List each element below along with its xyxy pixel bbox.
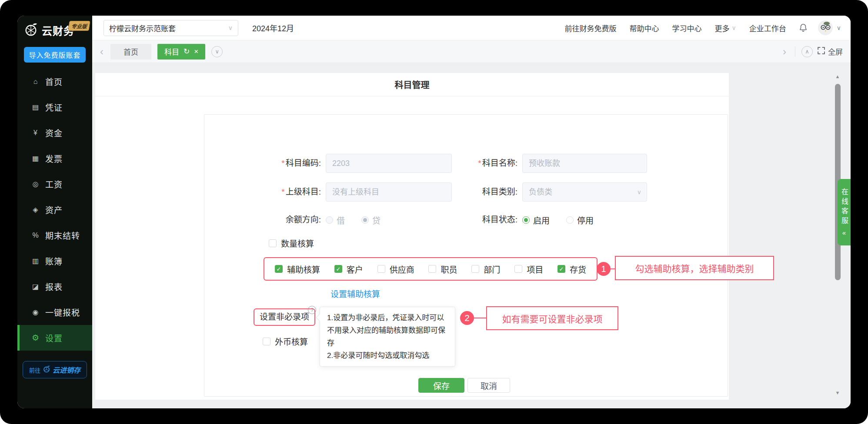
account-set-select[interactable]: 柠檬云财务示范账套 ∨ — [103, 20, 238, 36]
radio-dot — [326, 216, 333, 224]
radio-label: 启用 — [533, 214, 550, 226]
subject-category-select[interactable]: 负债类 ∨ — [522, 182, 647, 202]
save-button[interactable]: 保存 — [418, 378, 464, 393]
checkbox-label: 职员 — [441, 263, 457, 275]
sidebar-item-tax[interactable]: ◉一键报税 — [17, 299, 92, 325]
close-icon[interactable]: × — [194, 48, 198, 55]
accounting-period: 2024年12月 — [252, 22, 294, 33]
sidebar-item-invoice[interactable]: ▦发票 — [17, 146, 92, 171]
checkbox-icon: ✓ — [334, 265, 342, 273]
scrollbar-down-icon[interactable]: ▼ — [835, 390, 840, 395]
sidebar-item-assets[interactable]: ◈资产 — [17, 197, 92, 222]
settings-icon: ⚙ — [31, 333, 40, 343]
checkbox-icon — [263, 338, 270, 345]
sidebar-nav: ⌂首页 ▤凭证 ¥资金 ▦发票 ◎工资 ◈资产 %期末结转 ▥账簿 ◪报表 ◉一… — [17, 69, 92, 351]
checkbox-icon — [514, 265, 522, 273]
tabs-back-icon[interactable]: ‹ — [97, 46, 106, 57]
radio-credit: 贷 — [361, 214, 381, 226]
label-text: 科目状态: — [482, 215, 517, 224]
checkbox-label: 项目 — [527, 263, 543, 275]
tab-list-dropdown-icon[interactable]: ∨ — [211, 46, 223, 57]
refresh-icon[interactable]: ↻ — [184, 48, 190, 55]
sidebar: 云财务 专业版 导入免费版账套 ⌂首页 ▤凭证 ¥资金 ▦发票 ◎工资 ◈资产 … — [17, 16, 92, 408]
required-mark: * — [478, 159, 481, 168]
subject-name-label: *科目名称: — [431, 154, 517, 173]
link-learning-center[interactable]: 学习中心 — [672, 23, 702, 33]
label-text: 科目名称: — [482, 159, 517, 168]
sidebar-item-settings[interactable]: ⚙设置 — [17, 325, 92, 351]
radio-label: 借 — [337, 214, 345, 226]
annotation-text: 如有需要可设置非必录项 — [502, 312, 603, 325]
aux-customer-checkbox[interactable]: ✓客户 — [334, 263, 363, 275]
period-end-icon: % — [31, 232, 40, 239]
link-help-center[interactable]: 帮助中心 — [630, 23, 659, 33]
tabs-forward-icon[interactable]: › — [780, 46, 789, 57]
aux-department-checkbox[interactable]: 部门 — [471, 263, 500, 275]
tab-home[interactable]: 首页 — [110, 44, 151, 60]
tab-subject[interactable]: 科目 ↻ × — [157, 44, 205, 60]
checkbox-label: 数量核算 — [281, 237, 314, 249]
account-set-name: 柠檬云财务示范账套 — [109, 23, 228, 33]
set-optional-items-label[interactable]: 设置非必录项 — [254, 308, 315, 326]
foreign-currency-checkbox[interactable]: 外币核算 — [263, 335, 308, 347]
tooltip-line: 2.非必录可随时勾选或取消勾选 — [327, 349, 448, 362]
sidebar-item-label: 设置 — [45, 332, 63, 344]
sidebar-item-voucher[interactable]: ▤凭证 — [17, 94, 92, 120]
goto-brand: 云进销存 — [53, 364, 80, 375]
more-menu[interactable]: 更多 ∨ — [715, 23, 736, 33]
link-enterprise-workbench[interactable]: 企业工作台 — [749, 23, 786, 33]
chevron-down-icon[interactable]: ∨ — [837, 24, 841, 31]
sidebar-item-label: 资金 — [45, 127, 63, 139]
quantity-accounting-checkbox[interactable]: 数量核算 — [269, 237, 314, 249]
parent-subject-label: *上级科目: — [234, 182, 321, 202]
import-free-account-button[interactable]: 导入免费版账套 — [24, 47, 86, 63]
top-bar: 柠檬云财务示范账套 ∨ 2024年12月 前往财务免费版 帮助中心 学习中心 更… — [92, 16, 851, 40]
brand-logo: 云财务 专业版 — [17, 16, 92, 44]
radio-enabled[interactable]: 启用 — [522, 214, 550, 226]
aux-supplier-checkbox[interactable]: 供应商 — [377, 263, 414, 275]
home-icon: ⌂ — [31, 78, 40, 86]
sidebar-item-salary[interactable]: ◎工资 — [17, 171, 92, 197]
radio-disabled[interactable]: 停用 — [566, 214, 594, 226]
sidebar-item-label: 一键报税 — [45, 306, 80, 318]
link-free-version[interactable]: 前往财务免费版 — [565, 23, 617, 33]
subject-status-group: 启用 停用 — [522, 214, 594, 226]
fullscreen-button[interactable]: 全屏 — [817, 46, 843, 57]
sidebar-item-label: 账簿 — [45, 255, 63, 267]
aux-accounting-checkbox[interactable]: ✓辅助核算 — [275, 263, 320, 275]
avatar[interactable] — [818, 20, 833, 36]
lemon-mini-icon — [43, 365, 50, 374]
checkbox-label: 辅助核算 — [287, 263, 320, 275]
subject-name-input[interactable]: 预收账款 — [522, 154, 647, 173]
sidebar-item-period-end[interactable]: %期末结转 — [17, 222, 92, 248]
subject-category-label: 科目类别: — [431, 182, 517, 202]
sidebar-item-ledger[interactable]: ▥账簿 — [17, 248, 92, 274]
selected-category: 负债类 — [529, 183, 637, 201]
annotation-text: 勾选辅助核算，选择辅助类别 — [635, 262, 754, 275]
goto-yunjinxiaocun-button[interactable]: 前往 云进销存 — [23, 361, 87, 378]
notification-bell-icon[interactable] — [798, 23, 808, 33]
sidebar-item-funds[interactable]: ¥资金 — [17, 120, 92, 146]
collapse-up-icon[interactable]: ∧ — [801, 46, 813, 57]
edition-badge: 专业版 — [68, 21, 90, 31]
checkbox-icon — [377, 265, 385, 273]
fullscreen-label: 全屏 — [828, 46, 843, 57]
cancel-button[interactable]: 取消 — [467, 378, 510, 393]
salary-icon: ◎ — [31, 180, 40, 188]
radio-label: 停用 — [577, 214, 594, 226]
optional-items-tooltip: 1.设置为非必录后，凭证录入时可以不用录入对应的辅助核算数据即可保存 2.非必录… — [320, 307, 455, 367]
assets-icon: ◈ — [31, 205, 40, 214]
scrollbar-up-icon[interactable]: ▲ — [835, 74, 840, 79]
sidebar-item-label: 首页 — [45, 76, 63, 87]
sidebar-item-label: 凭证 — [45, 101, 63, 113]
set-aux-accounting-link[interactable]: 设置辅助核算 — [331, 288, 380, 299]
aux-employee-checkbox[interactable]: 职员 — [428, 263, 457, 275]
balance-direction-group: 借 贷 — [326, 214, 381, 226]
aux-project-checkbox[interactable]: 项目 — [514, 263, 543, 275]
sidebar-item-home[interactable]: ⌂首页 — [17, 69, 92, 94]
sidebar-item-reports[interactable]: ◪报表 — [17, 274, 92, 299]
online-support-tab[interactable]: 在线客服 « — [838, 179, 851, 245]
help-question-icon[interactable]: ? — [308, 306, 316, 314]
aux-inventory-checkbox[interactable]: ✓存货 — [558, 263, 586, 275]
ledger-icon: ▥ — [31, 257, 40, 265]
